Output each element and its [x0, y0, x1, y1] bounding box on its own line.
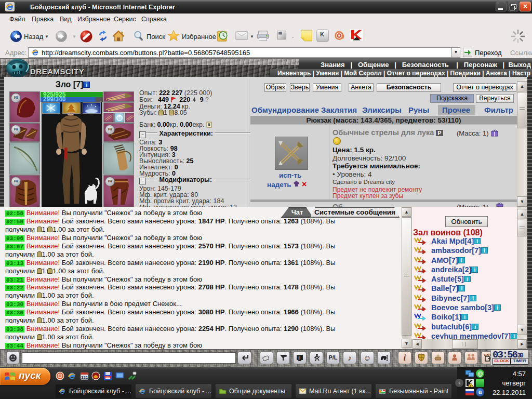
- svg-text:!: !: [298, 355, 300, 361]
- svg-text:!: !: [470, 384, 471, 388]
- svg-text:K: K: [320, 32, 324, 37]
- svg-text:321: 321: [81, 375, 88, 380]
- svg-text:@: @: [477, 370, 483, 377]
